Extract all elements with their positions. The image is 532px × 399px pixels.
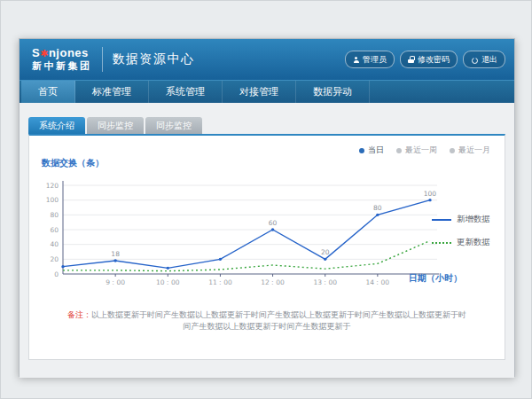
period-option-last-week[interactable]: 最近一周	[396, 145, 437, 156]
remark-note: 备注：以上数据更新于时间产生数据以上数据更新于时间产生数据以上数据更新于时间产生…	[29, 309, 505, 332]
logo-star-icon: ✱	[40, 48, 49, 59]
tab-sync-monitor-2[interactable]: 同步监控	[145, 117, 202, 134]
brand-divider	[102, 47, 103, 72]
exchange-line-chart: 0204060801001209：0010：0011：0012：0013：001…	[38, 176, 446, 299]
svg-text:13：00: 13：00	[313, 278, 337, 286]
remark-text: 以上数据更新于时间产生数据以上数据更新于时间产生数据以上数据更新于时间产生数据以…	[91, 310, 466, 331]
legend-item-new-data[interactable]: 新增数据	[432, 214, 490, 225]
period-option-today[interactable]: 当日	[359, 145, 384, 156]
series-label: 更新数据	[457, 237, 490, 248]
period-label: 最近一周	[405, 145, 437, 156]
chart-y-axis-title: 数据交换（条）	[42, 157, 104, 169]
svg-text:20: 20	[50, 255, 59, 263]
lock-icon	[408, 56, 414, 63]
svg-text:20: 20	[321, 248, 330, 256]
admin-user-label: 管理员	[363, 54, 387, 66]
period-dot-icon	[396, 148, 402, 153]
logo-subtitle: 新中新集团	[32, 60, 92, 72]
nav-item-system-mgmt[interactable]: 系统管理	[149, 81, 223, 103]
svg-text:60: 60	[269, 219, 278, 227]
svg-text:100: 100	[46, 196, 59, 204]
svg-text:80: 80	[50, 211, 59, 219]
period-dot-icon	[450, 148, 455, 153]
user-actions: 管理员 修改密码 退出	[345, 51, 505, 68]
svg-text:100: 100	[424, 190, 437, 198]
svg-text:12：00: 12：00	[261, 278, 285, 286]
chart-x-axis-title: 日期（小时）	[409, 272, 462, 285]
dotted-line-sample-icon	[432, 242, 451, 244]
period-filter: 当日 最近一周 最近一月	[359, 145, 490, 156]
tab-bar: 系统介绍 同步监控 同步监控	[28, 117, 202, 134]
svg-text:120: 120	[46, 182, 59, 190]
svg-text:60: 60	[50, 226, 59, 234]
app-header: S✱njones 新中新集团 数据资源中心 管理员 修改密码 退出	[20, 39, 514, 80]
nav-item-home[interactable]: 首页	[21, 81, 75, 103]
period-label: 当日	[368, 145, 384, 156]
series-legend: 新增数据 更新数据	[432, 214, 490, 248]
brand-area: S✱njones 新中新集团 数据资源中心	[32, 47, 195, 72]
desktop-background: { "window": { "header": { "logo_prefix":…	[0, 0, 532, 399]
logout-label: 退出	[481, 54, 497, 66]
remark-label: 备注：	[67, 310, 91, 319]
power-icon	[471, 56, 478, 63]
svg-text:40: 40	[50, 240, 59, 248]
chart-panel: 当日 最近一周 最近一月 数据交换（条） 0204060801001209：00…	[28, 134, 505, 360]
line-sample-icon	[432, 219, 451, 221]
nav-item-interface-mgmt[interactable]: 对接管理	[223, 81, 296, 103]
logout-button[interactable]: 退出	[463, 51, 505, 68]
svg-text:9：00: 9：00	[106, 278, 125, 286]
admin-user-button[interactable]: 管理员	[345, 51, 395, 68]
nav-item-data-change[interactable]: 数据异动	[296, 81, 370, 103]
svg-text:10：00: 10：00	[156, 278, 180, 286]
app-window: S✱njones 新中新集团 数据资源中心 管理员 修改密码 退出 首页 标准管…	[19, 38, 515, 377]
period-label: 最近一月	[458, 145, 490, 156]
content-area: 系统介绍 同步监控 同步监控 当日 最近一周 最近一月 数据交换（条）	[20, 103, 514, 378]
legend-item-updated-data[interactable]: 更新数据	[432, 237, 490, 248]
period-option-last-month[interactable]: 最近一月	[450, 145, 490, 156]
page-title: 数据资源中心	[113, 51, 195, 67]
nav-item-standard-mgmt[interactable]: 标准管理	[75, 81, 149, 103]
svg-text:0: 0	[54, 270, 59, 278]
svg-text:14：00: 14：00	[366, 278, 390, 286]
series-label: 新增数据	[457, 214, 490, 225]
logo-wordmark: S✱njones	[32, 47, 92, 60]
svg-text:80: 80	[373, 204, 382, 212]
user-icon	[353, 57, 359, 63]
change-password-label: 修改密码	[418, 54, 450, 66]
change-password-button[interactable]: 修改密码	[400, 51, 458, 68]
period-dot-icon	[359, 148, 364, 153]
svg-text:18: 18	[111, 250, 120, 258]
tab-sync-monitor-1[interactable]: 同步监控	[87, 117, 144, 134]
main-nav: 首页 标准管理 系统管理 对接管理 数据异动	[20, 80, 514, 103]
company-logo: S✱njones 新中新集团	[32, 47, 92, 72]
tab-system-intro[interactable]: 系统介绍	[28, 117, 85, 134]
svg-text:11：00: 11：00	[208, 278, 232, 286]
